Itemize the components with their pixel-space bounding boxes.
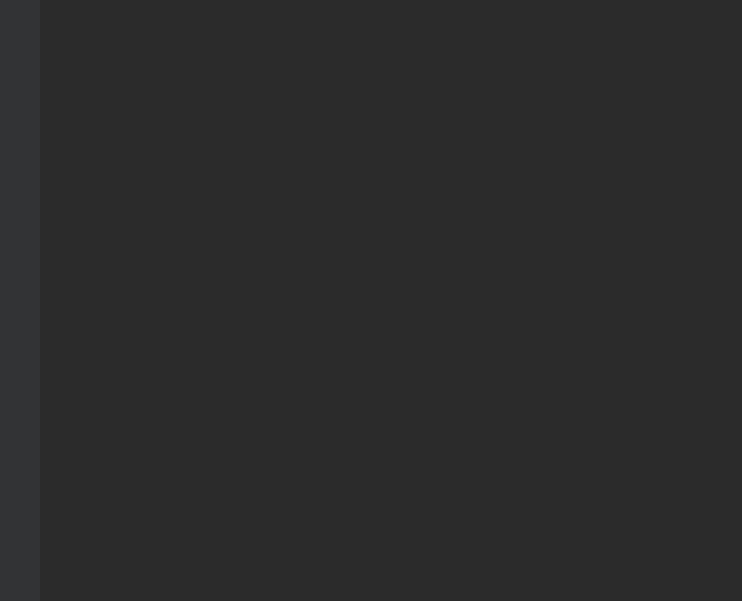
editor-gutter	[0, 0, 40, 601]
